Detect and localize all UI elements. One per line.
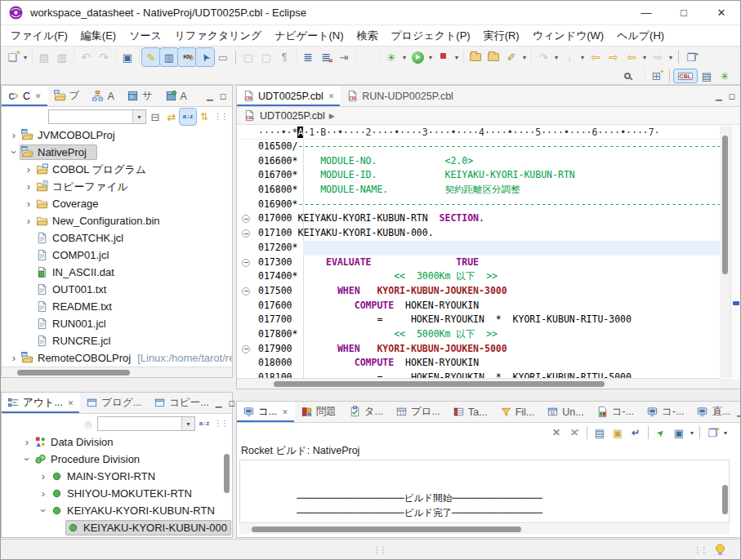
scrollbar-thumb[interactable] [17,370,130,376]
remove-all-terminated-button[interactable] [565,424,583,442]
filter-input[interactable] [49,110,132,123]
editor-tab[interactable]: RUN-UDP0025P.cbl [341,86,460,106]
expand-arrow-icon[interactable] [8,144,20,161]
filter-input[interactable] [98,417,181,430]
perspective-debug-button[interactable] [716,67,734,85]
save-button[interactable] [35,48,53,66]
tree-item[interactable]: コピーファイル [2,178,232,195]
shift-right-button[interactable] [335,48,353,66]
console-tab[interactable]: 直... [690,402,737,422]
explorer-tab[interactable]: サ [121,86,159,106]
code-line[interactable]: 016600* MODULE-NO. <2.0> [237,154,741,169]
tree-item[interactable]: New_Configuration.bin [2,212,232,229]
compile-button[interactable] [239,48,257,66]
sort-az-button[interactable] [180,109,196,125]
perspective-other-button[interactable] [698,67,716,85]
tree-item[interactable]: OUT001.txt [2,281,232,298]
clear-console-button[interactable] [547,424,565,442]
tree-item[interactable]: COBOL プログラム [2,161,232,178]
mark-occurrences-button[interactable] [502,48,520,66]
minimize-view-icon[interactable]: ▁ [207,91,213,100]
tree-item[interactable]: RUNCRE.jcl [2,332,232,349]
fold-collapse-icon[interactable] [242,259,250,267]
outline-item[interactable]: SHIYOU-MOKUTEKI-RTN [2,485,232,502]
code-line[interactable]: 017400* << 3000Km 以下 >> [237,269,741,284]
expand-arrow-icon[interactable] [23,178,34,195]
preview-button[interactable] [214,48,232,66]
outline-tab[interactable]: アウト... ✕ [2,393,80,413]
code-editor[interactable]: 016500/---------------------------------… [237,140,741,379]
expand-arrow-icon[interactable] [38,502,49,519]
open-perspective-button[interactable] [648,67,666,85]
close-icon[interactable]: ✕ [35,92,42,100]
view-menu-button[interactable] [212,416,229,432]
filter-fields-button[interactable] [80,416,96,432]
close-icon[interactable]: ✕ [282,408,288,416]
menu-item[interactable]: 編集(E) [74,25,123,47]
perspective-cbl-button[interactable]: CBL [673,69,698,83]
tree-item[interactable]: Coverage [2,195,232,212]
maximize-view-icon[interactable]: ◻ [729,91,735,100]
explorer-hscrollbar[interactable] [2,367,232,377]
editor-tab[interactable]: UDT0025P.cbl ✕ [237,86,341,106]
forward-history-button[interactable] [605,48,623,66]
console-tab[interactable]: コ-... [641,402,690,422]
expand-arrow-icon[interactable] [23,161,34,178]
expand-arrow-icon[interactable] [23,195,34,212]
scrollbar-thumb[interactable] [224,454,230,493]
minimize-view-icon[interactable]: ▁ [716,91,722,100]
code-line[interactable]: 017000 KEIYAKU-KYORI-KUBUN-RTN SECTION. [237,211,741,226]
console-tab[interactable]: Ta... [447,402,494,422]
fold-collapse-icon[interactable] [242,287,250,296]
minimize-view-icon[interactable]: ▁ [737,407,741,416]
fold-collapse-icon[interactable] [242,229,250,238]
renumber-button[interactable] [299,48,317,66]
code-line[interactable]: 016500/---------------------------------… [237,140,741,154]
outline-tab[interactable]: コピー... [148,393,216,413]
code-line[interactable]: 017700 = HOKEN-RYOUKIN * KYORI-KUBUN-RIT… [237,313,741,327]
outline-item[interactable]: MAIN-SYORI-RTN [2,468,232,485]
outline-item[interactable]: KEIYAKU-KYORI-KUBUN-RTN [2,502,232,519]
expand-arrow-icon[interactable] [21,433,33,451]
new-wizard-button[interactable] [3,48,21,66]
scrollbar-thumb[interactable] [722,136,728,274]
tree-item[interactable]: RemoteCOBOLProj [Linux:/home/tarot/re [2,349,232,367]
maximize-button[interactable]: □ [665,1,703,24]
undo-button[interactable] [77,48,95,66]
mark-occurrences-dropdown[interactable]: ▼ [520,48,529,66]
code-line[interactable]: 017800* << 5000Km 以下 >> [237,327,741,342]
statusbar-drag-handle[interactable]: ⋮⋮ [373,545,386,554]
scrollbar-thumb[interactable] [722,485,728,514]
tree-item[interactable]: JVMCOBOLProj [2,127,232,144]
minimize-button[interactable]: — [627,1,665,24]
code-line[interactable]: 016800* MODULE-NAME. 契約距離区分調整 [237,183,741,198]
expand-arrow-icon[interactable] [21,451,33,468]
code-line[interactable]: 016900*---------------------------------… [237,198,741,212]
close-button[interactable]: ✕ [703,1,740,24]
last-edit-location-button[interactable] [623,48,641,66]
tree-item[interactable]: COBATCHK.jcl [2,229,232,247]
expand-arrow-icon[interactable] [38,468,49,485]
console-tab[interactable]: タ... [343,402,390,422]
tree-item[interactable]: RUN001.jcl [2,315,232,332]
close-icon[interactable]: ✕ [68,399,74,407]
console-tab[interactable]: 問題 [295,402,343,422]
run-dropdown[interactable]: ▼ [426,48,435,66]
console-hscrollbar[interactable] [239,524,730,534]
pin-console-button[interactable] [652,424,670,442]
breadcrumb-file[interactable]: UDT0025P.cbl [260,110,325,122]
menu-item[interactable]: ファイル(F) [4,25,74,47]
menu-item[interactable]: 検索 [350,25,384,47]
run-coverage-dropdown[interactable]: ▼ [453,48,461,66]
column-mode-toggle[interactable] [160,48,178,66]
word-wrap-button[interactable] [627,424,645,442]
kn-settings-toggle[interactable] [178,48,196,66]
syntax-highlight-toggle[interactable] [142,48,160,66]
notifications-lightbulb-icon[interactable] [715,544,725,557]
console-tab[interactable]: プロ... [390,402,447,422]
outline-item[interactable]: Procedure Division [2,451,232,468]
occurrence-marker[interactable] [733,301,739,305]
chevron-down-icon[interactable]: ▼ [132,110,145,123]
open-resource-button[interactable] [484,48,502,66]
menu-item[interactable]: ソース [123,25,168,47]
